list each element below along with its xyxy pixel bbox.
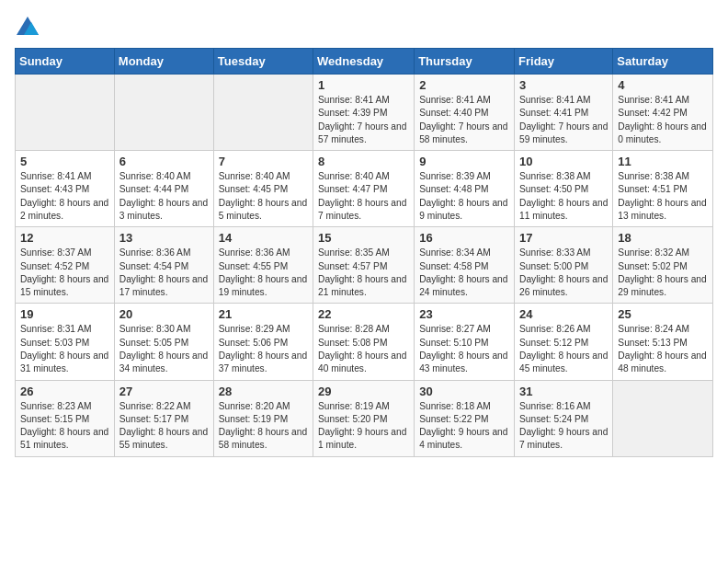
day-info: Sunrise: 8:29 AM Sunset: 5:06 PM Dayligh…	[219, 323, 308, 375]
calendar-cell: 10Sunrise: 8:38 AM Sunset: 4:50 PM Dayli…	[515, 151, 613, 227]
day-info: Sunrise: 8:36 AM Sunset: 4:54 PM Dayligh…	[119, 247, 209, 299]
day-info: Sunrise: 8:40 AM Sunset: 4:44 PM Dayligh…	[119, 170, 209, 223]
calendar-cell: 23Sunrise: 8:27 AM Sunset: 5:10 PM Dayli…	[415, 304, 515, 380]
calendar-cell	[114, 75, 213, 151]
day-number: 23	[419, 307, 509, 321]
calendar-cell: 21Sunrise: 8:29 AM Sunset: 5:06 PM Dayli…	[213, 304, 313, 380]
calendar-week-5: 26Sunrise: 8:23 AM Sunset: 5:15 PM Dayli…	[16, 380, 713, 456]
calendar-cell: 17Sunrise: 8:33 AM Sunset: 5:00 PM Dayli…	[515, 227, 613, 304]
day-info: Sunrise: 8:23 AM Sunset: 5:15 PM Dayligh…	[20, 400, 109, 453]
day-info: Sunrise: 8:38 AM Sunset: 4:51 PM Dayligh…	[618, 170, 708, 223]
calendar-cell	[213, 75, 313, 151]
day-info: Sunrise: 8:41 AM Sunset: 4:41 PM Dayligh…	[519, 94, 608, 146]
weekday-header-wednesday: Wednesday	[313, 49, 415, 75]
day-number: 25	[618, 307, 708, 321]
weekday-header-thursday: Thursday	[415, 49, 515, 75]
weekday-header-friday: Friday	[515, 49, 613, 75]
day-number: 21	[219, 307, 308, 321]
calendar-cell	[16, 75, 115, 151]
day-info: Sunrise: 8:33 AM Sunset: 5:00 PM Dayligh…	[519, 247, 608, 299]
day-info: Sunrise: 8:40 AM Sunset: 4:47 PM Dayligh…	[318, 170, 409, 223]
calendar-week-2: 5Sunrise: 8:41 AM Sunset: 4:43 PM Daylig…	[16, 151, 713, 227]
day-info: Sunrise: 8:28 AM Sunset: 5:08 PM Dayligh…	[318, 323, 409, 375]
day-number: 7	[219, 155, 308, 168]
calendar-cell: 4Sunrise: 8:41 AM Sunset: 4:42 PM Daylig…	[613, 75, 713, 151]
day-number: 10	[519, 155, 608, 168]
day-info: Sunrise: 8:40 AM Sunset: 4:45 PM Dayligh…	[219, 170, 308, 223]
day-info: Sunrise: 8:41 AM Sunset: 4:43 PM Dayligh…	[20, 170, 109, 223]
logo	[15, 15, 44, 40]
weekday-header-monday: Monday	[114, 49, 213, 75]
day-info: Sunrise: 8:27 AM Sunset: 5:10 PM Dayligh…	[419, 323, 509, 375]
calendar-cell: 7Sunrise: 8:40 AM Sunset: 4:45 PM Daylig…	[213, 151, 313, 227]
day-number: 13	[119, 231, 209, 245]
calendar-cell: 27Sunrise: 8:22 AM Sunset: 5:17 PM Dayli…	[114, 380, 213, 456]
day-number: 19	[20, 307, 109, 321]
calendar-cell: 13Sunrise: 8:36 AM Sunset: 4:54 PM Dayli…	[114, 227, 213, 304]
calendar-cell: 25Sunrise: 8:24 AM Sunset: 5:13 PM Dayli…	[613, 304, 713, 380]
calendar-week-1: 1Sunrise: 8:41 AM Sunset: 4:39 PM Daylig…	[16, 75, 713, 151]
day-info: Sunrise: 8:20 AM Sunset: 5:19 PM Dayligh…	[219, 400, 308, 453]
calendar-cell: 28Sunrise: 8:20 AM Sunset: 5:19 PM Dayli…	[213, 380, 313, 456]
day-info: Sunrise: 8:38 AM Sunset: 4:50 PM Dayligh…	[519, 170, 608, 223]
day-number: 9	[419, 155, 509, 168]
day-number: 2	[419, 78, 509, 92]
day-info: Sunrise: 8:32 AM Sunset: 5:02 PM Dayligh…	[618, 247, 708, 299]
day-info: Sunrise: 8:34 AM Sunset: 4:58 PM Dayligh…	[419, 247, 509, 299]
calendar-cell: 12Sunrise: 8:37 AM Sunset: 4:52 PM Dayli…	[16, 227, 115, 304]
day-number: 1	[318, 78, 409, 92]
day-number: 27	[119, 385, 209, 398]
day-number: 17	[519, 231, 608, 245]
day-info: Sunrise: 8:41 AM Sunset: 4:40 PM Dayligh…	[419, 94, 509, 146]
calendar-body: 1Sunrise: 8:41 AM Sunset: 4:39 PM Daylig…	[16, 75, 713, 457]
day-info: Sunrise: 8:24 AM Sunset: 5:13 PM Dayligh…	[618, 323, 708, 375]
weekday-header-sunday: Sunday	[16, 49, 115, 75]
day-number: 14	[219, 231, 308, 245]
logo-icon	[15, 15, 40, 40]
calendar-cell: 18Sunrise: 8:32 AM Sunset: 5:02 PM Dayli…	[613, 227, 713, 304]
day-info: Sunrise: 8:30 AM Sunset: 5:05 PM Dayligh…	[119, 323, 209, 375]
calendar-cell: 1Sunrise: 8:41 AM Sunset: 4:39 PM Daylig…	[313, 75, 415, 151]
day-info: Sunrise: 8:39 AM Sunset: 4:48 PM Dayligh…	[419, 170, 509, 223]
day-info: Sunrise: 8:22 AM Sunset: 5:17 PM Dayligh…	[119, 400, 209, 453]
calendar-cell: 11Sunrise: 8:38 AM Sunset: 4:51 PM Dayli…	[613, 151, 713, 227]
day-info: Sunrise: 8:18 AM Sunset: 5:22 PM Dayligh…	[419, 400, 509, 453]
calendar-cell: 8Sunrise: 8:40 AM Sunset: 4:47 PM Daylig…	[313, 151, 415, 227]
day-number: 28	[219, 385, 308, 398]
day-info: Sunrise: 8:31 AM Sunset: 5:03 PM Dayligh…	[20, 323, 109, 375]
day-info: Sunrise: 8:37 AM Sunset: 4:52 PM Dayligh…	[20, 247, 109, 299]
day-number: 30	[419, 385, 509, 398]
day-info: Sunrise: 8:41 AM Sunset: 4:42 PM Dayligh…	[618, 94, 708, 146]
day-number: 6	[119, 155, 209, 168]
day-number: 24	[519, 307, 608, 321]
day-number: 26	[20, 385, 109, 398]
day-number: 29	[318, 385, 409, 398]
calendar-cell: 3Sunrise: 8:41 AM Sunset: 4:41 PM Daylig…	[515, 75, 613, 151]
day-info: Sunrise: 8:41 AM Sunset: 4:39 PM Dayligh…	[318, 94, 409, 146]
calendar-cell: 6Sunrise: 8:40 AM Sunset: 4:44 PM Daylig…	[114, 151, 213, 227]
calendar-week-4: 19Sunrise: 8:31 AM Sunset: 5:03 PM Dayli…	[16, 304, 713, 380]
calendar-cell: 15Sunrise: 8:35 AM Sunset: 4:57 PM Dayli…	[313, 227, 415, 304]
day-number: 31	[519, 385, 608, 398]
day-number: 5	[20, 155, 109, 168]
weekday-header-tuesday: Tuesday	[213, 49, 313, 75]
calendar-cell: 2Sunrise: 8:41 AM Sunset: 4:40 PM Daylig…	[415, 75, 515, 151]
day-number: 11	[618, 155, 708, 168]
calendar-cell: 19Sunrise: 8:31 AM Sunset: 5:03 PM Dayli…	[16, 304, 115, 380]
calendar-cell: 30Sunrise: 8:18 AM Sunset: 5:22 PM Dayli…	[415, 380, 515, 456]
calendar-cell: 22Sunrise: 8:28 AM Sunset: 5:08 PM Dayli…	[313, 304, 415, 380]
calendar-cell: 24Sunrise: 8:26 AM Sunset: 5:12 PM Dayli…	[515, 304, 613, 380]
calendar-cell: 29Sunrise: 8:19 AM Sunset: 5:20 PM Dayli…	[313, 380, 415, 456]
day-number: 4	[618, 78, 708, 92]
calendar-cell: 5Sunrise: 8:41 AM Sunset: 4:43 PM Daylig…	[16, 151, 115, 227]
calendar-cell: 20Sunrise: 8:30 AM Sunset: 5:05 PM Dayli…	[114, 304, 213, 380]
calendar-cell: 16Sunrise: 8:34 AM Sunset: 4:58 PM Dayli…	[415, 227, 515, 304]
day-number: 16	[419, 231, 509, 245]
day-info: Sunrise: 8:19 AM Sunset: 5:20 PM Dayligh…	[318, 400, 409, 453]
day-number: 12	[20, 231, 109, 245]
page-header	[15, 15, 713, 40]
calendar-cell: 14Sunrise: 8:36 AM Sunset: 4:55 PM Dayli…	[213, 227, 313, 304]
calendar-week-3: 12Sunrise: 8:37 AM Sunset: 4:52 PM Dayli…	[16, 227, 713, 304]
calendar-table: SundayMondayTuesdayWednesdayThursdayFrid…	[15, 48, 713, 457]
weekday-row: SundayMondayTuesdayWednesdayThursdayFrid…	[16, 49, 713, 75]
